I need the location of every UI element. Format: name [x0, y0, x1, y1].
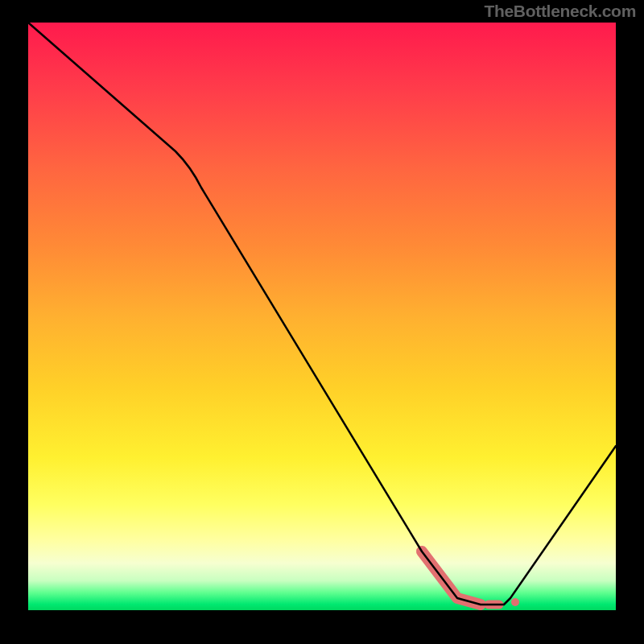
highlight-dot [511, 598, 519, 606]
plot-area [28, 23, 616, 610]
watermark-text: TheBottleneck.com [484, 2, 636, 21]
chart-container: TheBottleneck.com [0, 0, 644, 644]
chart-svg [28, 23, 616, 610]
main-curve [28, 23, 616, 605]
highlight-segment [422, 551, 481, 605]
